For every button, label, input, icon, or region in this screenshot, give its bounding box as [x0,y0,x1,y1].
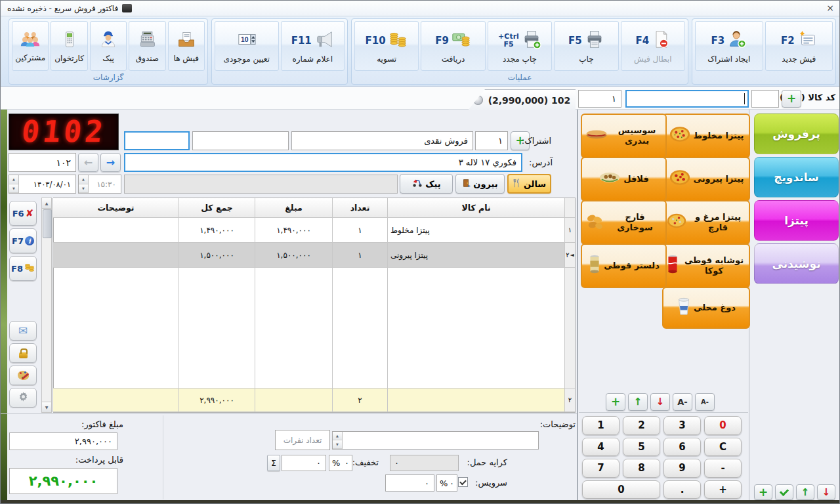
address-input[interactable]: فکوري ۱۷ لاله ۳ [124,153,522,172]
settings-button[interactable] [9,388,37,408]
table-row-total[interactable]: ۱,۴۹۰,۰۰۰ [178,218,255,243]
table-row-price[interactable]: ۱,۴۹۰,۰۰۰ [255,218,332,243]
announce-number-button[interactable]: F11 اعلام شماره [281,21,345,71]
table-row-name[interactable]: پیتزا مخلوط [387,218,564,243]
product-button-gharch-sokhari[interactable]: قارچ سوخاری [581,200,667,245]
reprint-button[interactable]: Ctrl+F5 چاپ مجدد [488,21,552,71]
product-count-input[interactable] [751,90,779,108]
people-count-button[interactable]: تعداد نفرات [275,430,330,450]
date-spinner[interactable]: ▲▼ [9,175,19,193]
numpad-key-0[interactable]: 0 [582,480,660,499]
f8-price-button[interactable]: F8 [9,256,37,281]
product-button-pizza-pironi[interactable]: پیتزا پیرونی [662,157,750,201]
create-subscription-button[interactable]: F3 ایجاد اشتراک [695,21,763,71]
font-decrease-button[interactable]: A- [695,393,715,411]
cashbox-report-button[interactable]: صندوق [129,21,165,71]
numpad-key-clear[interactable]: C [704,438,742,457]
corner-confirm-button[interactable] [775,484,793,500]
product-button-pizza-makhloot[interactable]: پیتزا مخلوط [662,114,750,158]
new-receipt-button[interactable]: F2 فیش جدید [765,21,833,71]
numpad-key-9[interactable]: 9 [663,459,701,478]
numpad-key-0-red[interactable]: 0 [704,416,742,435]
numpad-key-1[interactable]: 1 [582,416,620,435]
invoice-number-input[interactable]: ۱۰۲ [9,153,76,172]
category-button-pizza[interactable]: پیتزا [754,200,839,241]
numpad-key-minus[interactable]: - [704,459,742,478]
previous-invoice-button[interactable]: ← [78,153,98,172]
corner-up-button[interactable]: ↑ [796,484,814,500]
product-plus-button[interactable]: + [606,393,625,411]
time-spinner[interactable]: ▲▼ [79,175,89,193]
date-input[interactable]: ▲▼ ۱۴۰۳/۰۸/۰۱ [9,175,76,194]
service-percent-input[interactable]: %۰ [436,474,457,492]
table-row-qty[interactable]: ۱ [332,218,387,243]
scrollbar-thumb[interactable] [43,209,52,238]
table-row-qty[interactable]: ۱ [332,243,387,268]
notes-spinner[interactable]: ▲▼ [333,432,343,449]
product-up-button[interactable]: ↑ [628,393,648,411]
customer-name-input[interactable]: فروش نقدی [291,131,473,150]
customer-phone-input[interactable] [192,131,289,150]
set-stock-button[interactable]: 10 تعیین موجودی [215,21,279,71]
product-code-input[interactable] [625,90,749,108]
service-amount-input[interactable]: ۰ [385,474,434,492]
table-row-notes[interactable] [52,243,178,268]
numpad-key-dot[interactable]: . [663,480,701,499]
numpad-key-7[interactable]: 7 [582,459,620,478]
void-receipt-button[interactable]: F4 ابطال فیش [621,21,685,71]
corner-down-button[interactable]: ↓ [817,484,835,500]
scroll-up-button[interactable]: ▲ [42,198,51,209]
corner-plus-button[interactable]: + [754,484,772,500]
product-button-pizza-morgh-gharch[interactable]: پیتزا مرغ و قارچ [662,200,750,245]
sigma-button[interactable]: Σ [267,455,280,471]
table-row-notes[interactable] [52,218,178,243]
next-invoice-button[interactable]: → [100,153,121,172]
numpad-key-4[interactable]: 4 [582,438,620,457]
order-type-hall-button[interactable]: سالن [507,174,551,194]
table-row-price[interactable]: ۱,۵۰۰,۰۰۰ [255,243,332,268]
lookup-input[interactable] [124,131,190,150]
add-product-code-button[interactable]: + [782,90,801,108]
print-button[interactable]: F5 چاپ [554,21,618,71]
table-scrollbar[interactable]: ▲ ▼ [41,198,52,413]
table-row-total[interactable]: ۱,۵۰۰,۰۰۰ [178,243,255,268]
font-increase-button[interactable]: A- [673,393,692,411]
send-message-button[interactable]: ✉ [9,321,37,341]
product-qty-input[interactable]: ۱ [578,90,621,108]
category-button-drinks[interactable]: نوشیدنی [754,243,839,284]
numpad-key-2[interactable]: 2 [623,416,660,435]
product-button-falafel[interactable]: فلافل [581,157,667,201]
table-row-name[interactable]: پیتزا پیرونی [387,243,564,268]
product-button-sosis-bandari[interactable]: سوسیس بندری [581,114,667,158]
receipts-report-button[interactable]: فیش ها [168,21,205,71]
invoice-tab[interactable]: (2,990,000) 102 [468,89,576,110]
customers-report-button[interactable]: مشترکین [12,21,49,71]
f7-info-button[interactable]: F7 i [9,228,37,253]
lock-button[interactable] [9,343,37,363]
receive-payment-button[interactable]: F9 دریافت [421,21,485,71]
close-button[interactable]: × [826,3,834,13]
numpad-key-6[interactable]: 6 [663,438,701,457]
numpad-key-3[interactable]: 3 [663,416,701,435]
product-down-button[interactable]: ↓ [650,393,670,411]
numpad-key-8[interactable]: 8 [623,459,660,478]
discount-amount-input[interactable]: ۰ [282,455,326,471]
time-input[interactable]: ▲▼ ۱۵:۳۰ [78,175,121,194]
order-type-delivery-button[interactable]: پیک [400,174,453,194]
category-button-bestsellers[interactable]: پرفروش [754,114,839,154]
service-checkbox[interactable] [458,477,468,487]
card-reader-report-button[interactable]: کارتخوان [51,21,87,71]
discount-percent-input[interactable]: %۰ [329,455,352,471]
f6-delete-row-button[interactable]: F6 ✘ [9,201,37,226]
product-button-delester[interactable]: دلستر قوطی [581,243,667,288]
order-type-takeaway-button[interactable]: بیرون [455,174,505,194]
settle-button[interactable]: F10 تسویه [354,21,419,71]
product-button-doogh[interactable]: دوغ محلی [662,287,750,329]
product-button-nooshabe-cola[interactable]: نوشابه قوطی کوکا [662,243,750,288]
scroll-down-button[interactable]: ▼ [42,402,51,412]
courier-report-button[interactable]: پیک [90,21,127,71]
numpad-key-5[interactable]: 5 [623,438,660,457]
numpad-key-plus[interactable]: + [704,480,742,499]
subscription-count-input[interactable]: ۱ [475,131,508,150]
theme-button[interactable] [9,366,37,385]
